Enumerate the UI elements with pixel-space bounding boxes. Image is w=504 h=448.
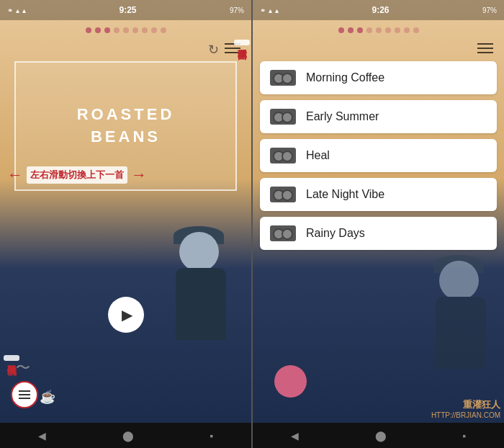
- nav-home-right[interactable]: ⬤: [375, 430, 387, 442]
- playlist-item-2[interactable]: Early Summer: [260, 100, 497, 133]
- playlist-annotation-text: 情境歌單: [4, 355, 19, 361]
- dot-r-3: [357, 27, 363, 33]
- menu-r-line-2: [477, 48, 493, 49]
- playlist-item-4[interactable]: Late Night Vibe: [260, 178, 497, 211]
- menu-circle-line-1: [19, 390, 30, 392]
- playlist-name-3: Heal: [306, 149, 330, 162]
- watermark-line1: 重灌狂人: [431, 398, 500, 411]
- menu-r-line-3: [477, 52, 493, 53]
- menu-icon-circle[interactable]: [11, 381, 38, 408]
- playlist-item-3[interactable]: Heal: [260, 139, 497, 172]
- down-arrow-icon: ↓: [9, 363, 14, 376]
- dot-6: [132, 27, 138, 33]
- dot-r-1: [338, 27, 344, 33]
- playlist-annotation: 情境歌單 ↓: [4, 355, 19, 376]
- bluetooth-icon: ⚭: [7, 6, 13, 14]
- album-line1: ROASTED: [77, 105, 175, 123]
- dot-r-4: [366, 27, 372, 33]
- pink-circle-decoration: [274, 365, 307, 398]
- nav-back-left[interactable]: ◀: [38, 430, 46, 442]
- dot-1: [86, 27, 91, 33]
- playlist-name-5: Rainy Days: [306, 227, 365, 240]
- menu-r-line-1: [477, 43, 493, 45]
- single-repeat-annotation: 單曲循環: [234, 40, 250, 45]
- playlist-name-2: Early Summer: [306, 110, 379, 123]
- signal-icon: ▴: [16, 6, 19, 14]
- nav-square-right[interactable]: ▪: [462, 430, 466, 442]
- single-repeat-text: 單曲循環: [234, 40, 250, 45]
- nav-home-left[interactable]: ⬤: [122, 430, 134, 442]
- dot-r-6: [385, 27, 391, 33]
- hamburger-menu-right[interactable]: [477, 43, 493, 53]
- left-screen: ⚭ ▴ ▴ 9:25 97% ↻ 單曲循環 ROASTED BEANS: [0, 0, 251, 448]
- cassette-icon-3: [270, 148, 296, 163]
- battery-icon: 97%: [230, 6, 244, 14]
- swipe-text: 左右滑動切換上下一首: [27, 166, 127, 184]
- dot-r-8: [404, 27, 410, 33]
- menu-circle-line-2: [19, 394, 30, 395]
- status-icons-left: ⚭ ▴ ▴: [7, 6, 26, 14]
- playlist-item-5[interactable]: Rainy Days: [260, 217, 497, 250]
- cassette-icon-2: [270, 109, 296, 125]
- arrow-right-icon: →: [131, 166, 147, 184]
- nav-back-right[interactable]: ◀: [291, 430, 299, 442]
- watermark-line2: HTTP://BRJIAN.COM: [431, 411, 500, 419]
- dots-indicator-left: [86, 27, 166, 33]
- dot-2: [95, 27, 101, 33]
- character-head: [179, 232, 219, 272]
- status-icons-right: ⚭ ▴ ▴: [260, 6, 279, 14]
- battery-right: 97%: [482, 6, 497, 14]
- time-right: 9:26: [372, 5, 389, 15]
- watermark: 重灌狂人 HTTP://BRJIAN.COM: [431, 398, 500, 419]
- dot-r-2: [348, 27, 354, 33]
- playlist-name-1: Morning Coffee: [306, 71, 384, 84]
- character-body: [176, 268, 226, 340]
- bluetooth-icon-right: ⚭: [260, 6, 266, 14]
- status-bar-right: ⚭ ▴ ▴ 9:26 97%: [253, 0, 504, 20]
- dot-r-7: [395, 27, 400, 33]
- time-left: 9:25: [119, 5, 136, 15]
- signal-icon-right: ▴: [269, 6, 272, 14]
- nav-square-left[interactable]: ▪: [210, 430, 213, 442]
- play-icon: ▶: [122, 306, 132, 323]
- nav-bar-right: ◀ ⬤ ▪: [253, 423, 504, 448]
- wifi-icon: ▴: [22, 6, 26, 14]
- cr-body: [436, 297, 486, 369]
- menu-circle-line-3: [19, 398, 30, 399]
- cassette-icon-1: [270, 70, 296, 86]
- menu-line-2: [225, 48, 240, 49]
- dot-r-9: [413, 27, 419, 33]
- album-text: ROASTED BEANS: [77, 104, 175, 148]
- nav-bar-left: ◀ ⬤ ▪: [0, 423, 251, 448]
- menu-line-3: [225, 52, 240, 53]
- cassette-icon-4: [270, 187, 296, 202]
- playlist-container: Morning Coffee Early Summer Heal Late Ni…: [260, 61, 497, 250]
- dot-9: [161, 27, 166, 33]
- character-right: [403, 261, 490, 390]
- arrow-left-icon: ←: [7, 166, 23, 184]
- swipe-annotation: ← 左右滑動切換上下一首 →: [7, 166, 215, 184]
- coffee-decoration: ☕: [40, 389, 55, 405]
- menu-lines: [19, 390, 30, 399]
- play-button[interactable]: ▶: [108, 297, 144, 333]
- playlist-name-4: Late Night Vibe: [306, 188, 384, 201]
- character-silhouette: [143, 232, 230, 362]
- status-bar-left: ⚭ ▴ ▴ 9:25 97%: [0, 0, 251, 20]
- playlist-item-1[interactable]: Morning Coffee: [260, 61, 497, 94]
- repeat-icon[interactable]: ↻: [208, 42, 219, 58]
- right-screen: ⚭ ▴ ▴ 9:26 97% Morning Coffee Ea: [253, 0, 504, 448]
- dot-8: [151, 27, 157, 33]
- cr-head: [439, 261, 479, 300]
- wifi-icon-right: ▴: [275, 6, 279, 14]
- dot-3: [104, 27, 110, 33]
- dot-5: [123, 27, 129, 33]
- battery-left: 97%: [230, 6, 244, 14]
- dot-r-5: [376, 27, 382, 33]
- album-line2: BEANS: [91, 127, 161, 145]
- cassette-icon-5: [270, 225, 296, 241]
- dot-7: [142, 27, 148, 33]
- dot-4: [114, 27, 120, 33]
- dots-indicator-right: [338, 27, 419, 33]
- battery-pct-right: 97%: [482, 6, 497, 14]
